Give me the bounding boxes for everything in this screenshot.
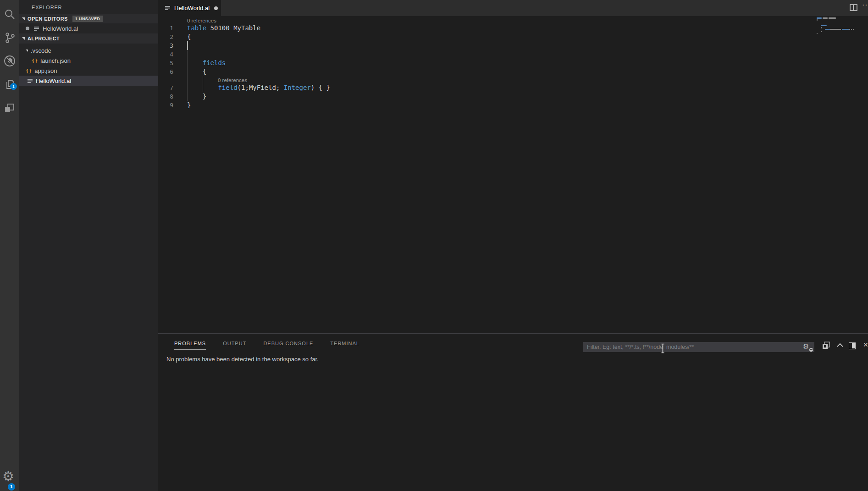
code-text: } bbox=[187, 101, 191, 110]
code-line: 7 field(1;MyField; Integer) { } bbox=[158, 83, 868, 92]
tree-item-helloworld-al[interactable]: HelloWorld.al bbox=[19, 76, 158, 86]
json-file-icon: {} bbox=[32, 58, 38, 64]
activity-bar: 1 ⚙ 1 bbox=[0, 0, 19, 491]
json-file-icon: {} bbox=[26, 68, 32, 74]
code-text: { bbox=[187, 67, 206, 76]
project-label: ALPROJECT bbox=[28, 36, 60, 41]
tree-item-label: launch.json bbox=[40, 57, 71, 64]
line-number: 4 bbox=[158, 50, 173, 59]
line-number: 2 bbox=[158, 33, 173, 41]
files-icon[interactable]: 1 bbox=[0, 74, 19, 95]
settings-gear-icon[interactable]: ⚙ 1 bbox=[2, 469, 18, 487]
extensions-icon[interactable] bbox=[0, 97, 19, 118]
line-number: 1 bbox=[158, 24, 173, 33]
vscode-window: 1 ⚙ 1 EXPLORER OPEN EDITORS 1 UNSAVED He… bbox=[0, 0, 868, 491]
panel-tab-output[interactable]: OUTPUT bbox=[223, 341, 246, 350]
code-line: 2{ bbox=[158, 33, 868, 41]
panel-tab-problems[interactable]: PROBLEMS bbox=[174, 341, 206, 350]
code-editor[interactable]: 0 references1table 50100 MyTable2{345 fi… bbox=[158, 16, 868, 333]
editor-group: HelloWorld.al ··· 0 references1table 501… bbox=[158, 0, 868, 491]
al-file-icon bbox=[27, 78, 33, 84]
code-line: 6 { bbox=[158, 67, 868, 76]
debug-icon[interactable] bbox=[0, 50, 19, 72]
problems-message: No problems have been detected in the wo… bbox=[166, 356, 319, 363]
bottom-panel: PROBLEMSOUTPUTDEBUG CONSOLETERMINAL No p… bbox=[158, 333, 868, 491]
search-icon[interactable] bbox=[0, 4, 19, 25]
indent-guide bbox=[203, 76, 203, 83]
codelens-references[interactable]: 0 references bbox=[187, 17, 216, 24]
line-number: 6 bbox=[158, 67, 173, 76]
line-number: 5 bbox=[158, 59, 173, 67]
code-line: 1table 50100 MyTable bbox=[158, 24, 868, 33]
tab-helloworld[interactable]: HelloWorld.al bbox=[158, 0, 221, 16]
codelens-references[interactable]: 0 references bbox=[218, 77, 247, 84]
tree-item-label: HelloWorld.al bbox=[36, 77, 71, 84]
unsaved-badge: 1 UNSAVED bbox=[72, 16, 103, 22]
open-editors-header[interactable]: OPEN EDITORS 1 UNSAVED bbox=[19, 14, 158, 23]
file-tree: .vscode{}launch.json{}app.jsonHelloWorld… bbox=[19, 44, 158, 86]
tree-item-label: .vscode bbox=[31, 47, 51, 54]
open-editor-label: HelloWorld.al bbox=[43, 25, 78, 32]
line-number: 3 bbox=[158, 41, 173, 50]
chevron-expanded-icon bbox=[22, 17, 25, 20]
code-line: 5 fields bbox=[158, 59, 868, 67]
code-text: table 50100 MyTable bbox=[187, 24, 260, 33]
panel-tab-terminal[interactable]: TERMINAL bbox=[330, 341, 359, 350]
project-section-header[interactable]: ALPROJECT bbox=[19, 33, 158, 44]
folder-twisty-icon bbox=[26, 50, 28, 52]
chevron-expanded-icon bbox=[22, 37, 25, 40]
tree-item--vscode[interactable]: .vscode bbox=[19, 45, 158, 55]
collapse-all-icon[interactable] bbox=[822, 342, 830, 351]
open-editors-label: OPEN EDITORS bbox=[28, 16, 68, 22]
code-line: 3 bbox=[158, 41, 868, 50]
dirty-indicator[interactable] bbox=[214, 6, 218, 10]
tree-item-app-json[interactable]: {}app.json bbox=[19, 66, 158, 76]
code-line: 8 } bbox=[158, 92, 868, 101]
source-control-icon[interactable] bbox=[0, 27, 19, 48]
explorer-sidebar: EXPLORER OPEN EDITORS 1 UNSAVED HelloWor… bbox=[19, 0, 158, 491]
close-panel-icon[interactable]: ✕ bbox=[863, 341, 868, 348]
tree-item-label: app.json bbox=[34, 67, 57, 74]
panel-tab-debug-console[interactable]: DEBUG CONSOLE bbox=[263, 341, 313, 350]
text-caret bbox=[187, 41, 188, 50]
al-file-icon bbox=[165, 5, 171, 11]
split-editor-icon[interactable] bbox=[850, 4, 857, 13]
code-text: { bbox=[187, 33, 191, 41]
open-editors-list: HelloWorld.al bbox=[19, 23, 158, 33]
tab-label: HelloWorld.al bbox=[174, 5, 210, 11]
code-text: field(1;MyField; Integer) { } bbox=[187, 83, 330, 92]
minimap[interactable] bbox=[817, 17, 868, 45]
maximize-panel-icon[interactable] bbox=[836, 342, 844, 350]
indent-guide bbox=[187, 50, 188, 59]
panel-tabs: PROBLEMSOUTPUTDEBUG CONSOLETERMINAL bbox=[174, 341, 359, 350]
codelens-row: 0 references bbox=[158, 17, 868, 24]
codelens-row: 0 references bbox=[158, 76, 868, 83]
code-line: 9} bbox=[158, 101, 868, 110]
sidebar-title: EXPLORER bbox=[19, 0, 158, 14]
line-number: 8 bbox=[158, 92, 173, 101]
code-line: 4 bbox=[158, 50, 868, 59]
unsaved-count-badge: 1 bbox=[10, 83, 17, 90]
code-text: fields bbox=[187, 59, 226, 67]
al-file-icon bbox=[33, 26, 39, 32]
tab-bar: HelloWorld.al ··· bbox=[158, 0, 868, 16]
filter-gear-icon[interactable]: ⚙ bbox=[803, 342, 812, 352]
code-area: 0 references1table 50100 MyTable2{345 fi… bbox=[158, 16, 868, 110]
indent-guide bbox=[187, 76, 188, 83]
settings-badge: 1 bbox=[8, 483, 15, 491]
open-editor-item[interactable]: HelloWorld.al bbox=[19, 23, 158, 33]
dirty-indicator bbox=[26, 27, 29, 30]
line-number: 7 bbox=[158, 83, 173, 92]
more-actions-icon[interactable]: ··· bbox=[862, 1, 868, 9]
tree-item-launch-json[interactable]: {}launch.json bbox=[19, 55, 158, 66]
line-number: 9 bbox=[158, 101, 173, 110]
problems-filter-input[interactable] bbox=[583, 342, 814, 352]
code-text: } bbox=[187, 92, 206, 101]
panel-layout-icon[interactable] bbox=[849, 342, 856, 349]
